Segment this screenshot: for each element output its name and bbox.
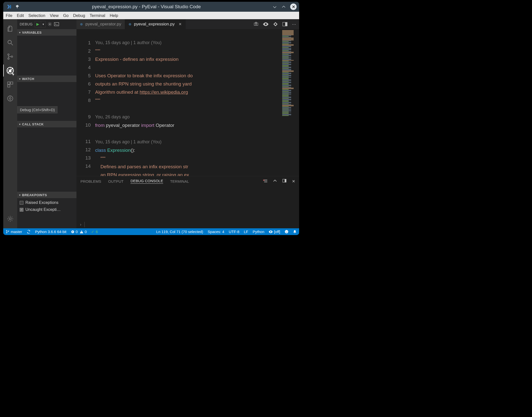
svg-point-17	[256, 22, 257, 23]
chevron-down-icon: ▾	[19, 123, 21, 126]
debug-console-body[interactable]: ›	[76, 186, 299, 228]
language-mode-status[interactable]: Python	[253, 230, 265, 234]
diff-icon[interactable]	[273, 22, 278, 27]
svg-rect-8	[10, 82, 13, 84]
wikipedia-link[interactable]: https://en.wikipedia.org	[140, 89, 188, 95]
editor-actions: ⋯	[251, 19, 299, 29]
breakpoint-uncaught-exceptions[interactable]: ✓ Uncaught Excepti…	[20, 206, 74, 213]
repl-input[interactable]: ›	[80, 222, 299, 227]
debug-tooltip: Debug (Ctrl+Shift+D)	[17, 106, 58, 113]
debug-header-label: DEBUG	[20, 22, 33, 26]
panel-tab-debug-console[interactable]: DEBUG CONSOLE	[131, 179, 163, 184]
status-bar: master Python 3.6.6 64-bit 0 0 ✓ 6 Ln 11…	[3, 228, 299, 235]
checkbox-icon[interactable]	[20, 201, 23, 205]
panel-tabs: PROBLEMS OUTPUT DEBUG CONSOLE TERMINAL ✕	[76, 176, 299, 186]
menu-file[interactable]: File	[6, 13, 12, 18]
start-debug-button[interactable]: ▶ ▼	[35, 21, 46, 27]
gitlens-icon[interactable]	[3, 91, 17, 105]
sync-status[interactable]	[27, 230, 31, 234]
window-title: pyeval_expression.py - PyEval - Visual S…	[23, 4, 270, 9]
menu-debug[interactable]: Debug	[73, 13, 85, 18]
codelens-annotation[interactable]: You, 26 days ago	[95, 114, 130, 119]
python-interpreter-status[interactable]: Python 3.6.6 64-bit	[35, 230, 66, 234]
errors-status[interactable]: 0	[71, 230, 78, 234]
activity-bar: Debug (Ctrl+Shift+D)	[3, 19, 17, 228]
maximize-panel-icon[interactable]	[282, 179, 286, 184]
tab-pyeval-operator[interactable]: ⊕ pyeval_operator.py	[76, 19, 125, 29]
search-icon[interactable]	[3, 36, 17, 50]
eye-icon[interactable]	[263, 22, 268, 26]
svg-point-24	[8, 231, 9, 231]
line-number-gutter: 12345678 910 11121314	[76, 29, 95, 176]
cursor-position-status[interactable]: Ln 119, Col 71 (70 selected)	[156, 230, 203, 234]
panel-tab-output[interactable]: OUTPUT	[108, 179, 124, 183]
close-panel-icon[interactable]: ✕	[292, 179, 295, 184]
code-editor[interactable]: 12345678 910 11121314 You, 15 days ago |…	[76, 29, 299, 176]
bp-label: Uncaught Excepti…	[25, 207, 61, 212]
svg-rect-14	[54, 22, 59, 26]
watch-section[interactable]: ▾WATCH	[17, 76, 76, 82]
indentation-status[interactable]: Spaces: 4	[208, 230, 224, 234]
debug-settings-icon[interactable]	[48, 22, 52, 26]
tests-ok-status[interactable]: ✓ 6	[91, 230, 98, 234]
menu-selection[interactable]: Selection	[28, 13, 45, 18]
svg-point-28	[287, 231, 287, 232]
eol-status[interactable]: LF	[244, 230, 248, 234]
liveshare-status[interactable]: [off]	[269, 230, 280, 234]
callstack-section[interactable]: ▾CALL STACK	[17, 121, 76, 127]
tab-pyeval-expression[interactable]: ⊕ pyeval_expression.py ✕	[125, 19, 186, 29]
feedback-icon[interactable]	[285, 230, 288, 234]
menu-go[interactable]: Go	[63, 13, 68, 18]
svg-point-27	[286, 231, 286, 232]
svg-rect-19	[285, 22, 287, 26]
menu-terminal[interactable]: Terminal	[90, 13, 105, 18]
codelens-annotation[interactable]: You, 15 days ago | 1 author (You)	[95, 40, 162, 45]
menu-help[interactable]: Help	[110, 13, 118, 18]
source-control-icon[interactable]	[3, 50, 17, 64]
maximize-icon[interactable]	[281, 4, 286, 9]
repl-chevron-icon: ›	[80, 222, 81, 227]
variables-section[interactable]: ▾VARIABLES	[17, 29, 76, 36]
code-content[interactable]: You, 15 days ago | 1 author (You) """ Ex…	[95, 29, 282, 176]
variables-label: VARIABLES	[22, 31, 42, 34]
compare-icon[interactable]	[254, 22, 259, 27]
tab-close-icon[interactable]: ✕	[179, 22, 182, 26]
titlebar[interactable]: pyeval_expression.py - PyEval - Visual S…	[3, 2, 299, 12]
python-file-icon: ⊕	[129, 22, 132, 26]
extensions-icon[interactable]	[3, 78, 17, 91]
menu-view[interactable]: View	[50, 13, 59, 18]
play-icon: ▶	[35, 22, 41, 26]
explorer-icon[interactable]	[3, 22, 17, 36]
close-window-button[interactable]: ✕	[290, 3, 297, 10]
warnings-status[interactable]: 0	[80, 230, 87, 234]
split-editor-icon[interactable]	[282, 22, 287, 26]
breakpoint-raised-exceptions[interactable]: Raised Exceptions	[20, 199, 74, 206]
checkbox-checked-icon[interactable]: ✓	[20, 208, 23, 212]
debug-console-icon[interactable]	[54, 22, 59, 26]
panel-tab-terminal[interactable]: TERMINAL	[170, 179, 189, 183]
encoding-status[interactable]: UTF-8	[229, 230, 240, 234]
debug-icon[interactable]	[3, 64, 17, 78]
minimap[interactable]	[282, 29, 299, 176]
minimize-icon[interactable]	[272, 4, 277, 9]
branch-name: master	[11, 230, 22, 234]
svg-point-2	[8, 58, 9, 59]
callstack-label: CALL STACK	[22, 122, 44, 126]
breakpoints-section[interactable]: ▾BREAKPOINTS	[17, 192, 76, 198]
pin-icon[interactable]	[15, 4, 20, 9]
panel-tab-problems[interactable]: PROBLEMS	[80, 179, 101, 183]
codelens-annotation[interactable]: You, 15 days ago | 1 author (You)	[95, 139, 162, 144]
watch-label: WATCH	[22, 77, 34, 81]
vscode-window: pyeval_expression.py - PyEval - Visual S…	[3, 2, 299, 235]
debug-config-dropdown[interactable]: ▼	[41, 21, 45, 27]
collapse-panel-icon[interactable]	[273, 179, 277, 184]
settings-gear-icon[interactable]	[3, 212, 17, 226]
more-actions-icon[interactable]: ⋯	[292, 22, 296, 27]
menubar: File Edit Selection View Go Debug Termin…	[3, 12, 299, 19]
svg-point-12	[9, 218, 11, 220]
tab-label: pyeval_expression.py	[134, 22, 175, 27]
menu-edit[interactable]: Edit	[17, 13, 24, 18]
notifications-icon[interactable]	[293, 230, 297, 234]
git-branch-status[interactable]: master	[6, 230, 22, 234]
clear-console-icon[interactable]	[263, 179, 267, 184]
